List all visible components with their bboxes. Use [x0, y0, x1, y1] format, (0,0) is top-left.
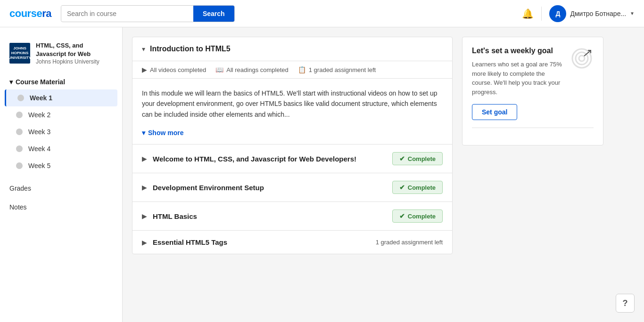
- course-material-section: ▾ Course Material Week 1 Week 2 Week 3 W…: [0, 74, 122, 179]
- sidebar-item-week1[interactable]: Week 1: [5, 89, 117, 106]
- sidebar-item-week2[interactable]: Week 2: [5, 106, 117, 123]
- module-stats: ▶ All videos completed 📖 All readings co…: [132, 61, 452, 79]
- assignment-stat-label: 1 graded assignment left: [309, 66, 376, 73]
- readings-stat-label: All readings completed: [226, 66, 289, 73]
- user-menu[interactable]: Д Дмитро Ботнаре... ▼: [549, 5, 635, 22]
- avatar: Д: [549, 5, 566, 22]
- school-name-line3: UNIVERSITY: [8, 56, 31, 60]
- check-icon: ✔: [399, 212, 405, 220]
- goal-text-area: Let's set a weekly goal Learners who set…: [472, 47, 565, 104]
- lesson-item-3: ▶ HTML Basics ✔ Complete: [132, 201, 452, 230]
- week-dot: [16, 145, 23, 152]
- school-logo-area: JOHNS HOPKINS UNIVERSITY HTML, CSS, and …: [0, 37, 122, 74]
- sidebar-item-grades[interactable]: Grades: [0, 179, 122, 198]
- lesson-item-4: ▶ Essential HTML5 Tags 1 graded assignme…: [132, 230, 452, 254]
- videos-stat-label: All videos completed: [150, 66, 206, 73]
- week-dot: [16, 162, 23, 169]
- logo: coursera: [9, 8, 51, 20]
- complete-label-1: Complete: [408, 155, 436, 162]
- readings-stat: 📖 All readings completed: [215, 66, 289, 73]
- assignment-icon: 📋: [298, 66, 306, 73]
- week4-label: Week 4: [28, 145, 50, 153]
- week2-label: Week 2: [28, 111, 50, 119]
- course-material-label: Course Material: [16, 78, 65, 86]
- module-header[interactable]: ▾ Introduction to HTML5: [132, 37, 452, 61]
- university-name: Johns Hopkins University: [36, 58, 111, 65]
- search-button[interactable]: Search: [193, 6, 234, 22]
- goal-description: Learners who set a goal are 75% more lik…: [472, 60, 565, 97]
- notification-icon[interactable]: 🔔: [522, 8, 534, 19]
- center-panel: ▾ Introduction to HTML5 ▶ All videos com…: [132, 37, 453, 313]
- play-icon: ▶: [142, 66, 147, 73]
- show-more-button[interactable]: ▾ Show more: [132, 129, 193, 144]
- week3-label: Week 3: [28, 128, 50, 136]
- sidebar: JOHNS HOPKINS UNIVERSITY HTML, CSS, and …: [0, 27, 123, 322]
- complete-label-2: Complete: [408, 184, 436, 191]
- course-title: HTML, CSS, and Javascript for Web: [36, 41, 111, 58]
- module-description: In this module we will learn the basics …: [132, 79, 452, 129]
- chevron-down-icon: ▾: [9, 78, 13, 86]
- check-icon: ✔: [399, 155, 405, 162]
- module-card: ▾ Introduction to HTML5 ▶ All videos com…: [132, 37, 453, 254]
- lesson-title-2: Development Environment Setup: [153, 184, 387, 192]
- chevron-down-icon: ▾: [142, 129, 145, 137]
- lesson-expand-icon[interactable]: ▶: [142, 184, 147, 191]
- week-dot: [17, 95, 24, 101]
- sidebar-item-notes[interactable]: Notes: [0, 198, 122, 217]
- sidebar-item-week5[interactable]: Week 5: [5, 157, 117, 174]
- lesson-expand-icon[interactable]: ▶: [142, 239, 147, 246]
- sidebar-item-week3[interactable]: Week 3: [5, 123, 117, 140]
- lesson-item-1: ▶ Welcome to HTML, CSS, and Javascript f…: [132, 144, 452, 173]
- set-goal-button[interactable]: Set goal: [472, 104, 517, 120]
- videos-stat: ▶ All videos completed: [142, 66, 206, 73]
- goal-title: Let's set a weekly goal: [472, 47, 565, 55]
- school-logo-box: JOHNS HOPKINS UNIVERSITY: [9, 43, 30, 64]
- chevron-down-icon: ▼: [630, 11, 635, 16]
- complete-label-3: Complete: [408, 213, 436, 220]
- svg-point-2: [579, 56, 585, 61]
- lesson-expand-icon[interactable]: ▶: [142, 155, 147, 162]
- goal-card-divider: [472, 128, 594, 128]
- main-content: ▾ Introduction to HTML5 ▶ All videos com…: [123, 27, 644, 322]
- top-nav: coursera Search 🔔 Д Дмитро Ботнаре... ▼: [0, 0, 644, 27]
- lesson-title-1: Welcome to HTML, CSS, and Javascript for…: [153, 155, 387, 163]
- complete-badge-1: ✔ Complete: [392, 152, 443, 165]
- logo-text: coursera: [9, 8, 51, 20]
- week-dot: [16, 129, 23, 135]
- week1-label: Week 1: [30, 94, 52, 102]
- user-name: Дмитро Ботнаре...: [570, 10, 626, 17]
- nav-divider: [541, 7, 542, 21]
- school-name-line2: HOPKINS: [11, 51, 28, 56]
- check-icon: ✔: [399, 184, 405, 191]
- module-title: Introduction to HTML5: [150, 45, 231, 53]
- goal-card: Let's set a weekly goal Learners who set…: [462, 37, 603, 145]
- lesson-title-4: Essential HTML5 Tags: [153, 238, 370, 246]
- book-icon: 📖: [215, 66, 223, 73]
- sidebar-item-week4[interactable]: Week 4: [5, 140, 117, 157]
- assignment-stat: 📋 1 graded assignment left: [298, 66, 376, 73]
- school-name-line1: JOHNS: [13, 46, 26, 51]
- complete-badge-2: ✔ Complete: [392, 181, 443, 194]
- help-button[interactable]: ?: [616, 294, 635, 313]
- goal-icon: [570, 47, 594, 70]
- page-layout: JOHNS HOPKINS UNIVERSITY HTML, CSS, and …: [0, 27, 644, 322]
- show-more-label: Show more: [148, 129, 183, 137]
- search-container: Search: [61, 5, 235, 22]
- complete-badge-3: ✔ Complete: [392, 209, 443, 223]
- lesson-expand-icon[interactable]: ▶: [142, 212, 147, 220]
- search-input[interactable]: [61, 6, 193, 21]
- nav-right: 🔔 Д Дмитро Ботнаре... ▼: [522, 5, 635, 22]
- lesson-item-2: ▶ Development Environment Setup ✔ Comple…: [132, 173, 452, 201]
- assignment-left-label: 1 graded assignment left: [376, 239, 443, 246]
- module-collapse-icon: ▾: [142, 45, 145, 53]
- course-material-header[interactable]: ▾ Course Material: [5, 74, 117, 89]
- right-panel: Let's set a weekly goal Learners who set…: [462, 37, 603, 313]
- week-dot: [16, 112, 23, 118]
- lesson-title-3: HTML Basics: [153, 212, 387, 220]
- week5-label: Week 5: [28, 162, 50, 169]
